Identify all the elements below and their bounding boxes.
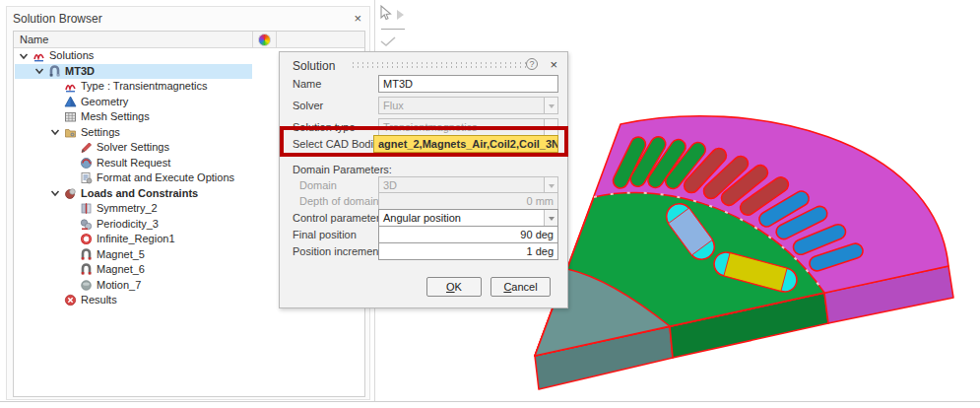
solver-label: Solver (293, 100, 323, 111)
ok-button[interactable]: OK (426, 277, 482, 297)
play-icon[interactable] (397, 10, 404, 20)
solver-pen-icon (79, 141, 93, 154)
chevron-down-icon[interactable] (18, 50, 30, 62)
motor-model (527, 94, 980, 408)
toolbar-separator (381, 29, 405, 30)
chevron-down-icon[interactable] (49, 187, 61, 199)
control-parameter-select[interactable]: Angular position (378, 209, 558, 227)
depth-of-domain-input: 0 mm (378, 192, 558, 210)
chevron-down-icon (544, 210, 557, 226)
tree-item-label: Type : Transientmagnetics (81, 79, 207, 95)
dialog-title: Solution (293, 59, 335, 73)
panel-title: Solution Browser (13, 12, 102, 26)
chevron-down-icon (544, 98, 557, 113)
chevron-down-icon[interactable] (33, 65, 45, 77)
dialog-drag-handle[interactable] (351, 61, 526, 69)
magnet-icon (47, 65, 61, 78)
tree-header: Name (14, 32, 364, 48)
geometry-icon (63, 96, 77, 108)
infinite-region-icon (79, 233, 93, 245)
control-parameter-label: Control parameter (293, 212, 380, 224)
results-icon (63, 294, 77, 306)
cancel-button[interactable]: Cancel (490, 277, 551, 297)
depth-of-domain-label: Depth of domain (299, 195, 379, 207)
flux-icon (32, 49, 45, 62)
tree-item-label: MT3D (65, 64, 95, 80)
tree-item-label: Solutions (49, 48, 94, 64)
name-input[interactable]: MT3D (378, 75, 558, 93)
tree-item-label: Loads and Constraints (81, 186, 198, 202)
magnet-load-icon (79, 263, 93, 276)
magnet-load-icon (79, 248, 93, 261)
tree-item-label: Symmetry_2 (97, 201, 158, 217)
domain-label: Domain (299, 179, 337, 191)
motion-icon (79, 279, 93, 292)
column-header-name[interactable]: Name (20, 34, 48, 45)
chevron-down-icon (544, 177, 557, 193)
tree-item-label: Mesh Settings (81, 109, 150, 125)
chevron-down-icon[interactable] (49, 126, 61, 138)
tree-item-label: Result Request (97, 156, 170, 171)
solver-select: Flux (378, 97, 558, 114)
tree-item-label: Motion_7 (97, 278, 141, 294)
close-icon[interactable]: × (550, 57, 557, 72)
loads-icon (63, 187, 77, 200)
3d-viewport[interactable] (527, 94, 980, 408)
tree-item-label: Solver Settings (97, 140, 169, 156)
position-increment-label: Position increment (293, 245, 382, 257)
annotation-highlight-box (280, 126, 568, 157)
tree-item-label: Magnet_5 (97, 247, 145, 263)
tree-item-label: Geometry (81, 95, 128, 110)
tree-item-label: Format and Execute Options (97, 170, 234, 186)
close-icon[interactable]: × (354, 11, 361, 26)
format-execute-icon (79, 171, 93, 184)
periodicity-icon (79, 218, 93, 231)
color-wheel-icon[interactable] (258, 34, 271, 46)
flux-icon (63, 80, 77, 93)
check-icon[interactable] (379, 34, 397, 52)
tree-item-label: Periodicity_3 (97, 217, 159, 233)
symmetry-icon (79, 202, 93, 215)
final-position-label: Final position (293, 229, 357, 240)
settings-folder-icon (63, 126, 77, 139)
position-increment-input[interactable]: 1 deg (378, 242, 558, 260)
domain-parameters-group-label: Domain Parameters: (293, 164, 392, 175)
final-position-input[interactable]: 90 deg (378, 226, 558, 243)
tree-item-label: Infinite_Region1 (97, 232, 175, 247)
tree-item-label: Settings (81, 125, 120, 141)
result-request-icon (79, 157, 93, 170)
cursor-icon[interactable] (379, 5, 393, 25)
name-label: Name (293, 78, 321, 90)
solution-dialog: Solution ? × Name MT3D Solver Flux Solut… (279, 51, 568, 308)
app-window: Solution Browser × Name SolutionsMT3DTyp… (0, 0, 980, 408)
mesh-icon (63, 110, 77, 123)
view-toolbar (379, 4, 413, 54)
tree-item-label: Results (81, 293, 117, 308)
tree-item-label: Magnet_6 (97, 262, 145, 278)
help-icon[interactable]: ? (526, 58, 538, 70)
